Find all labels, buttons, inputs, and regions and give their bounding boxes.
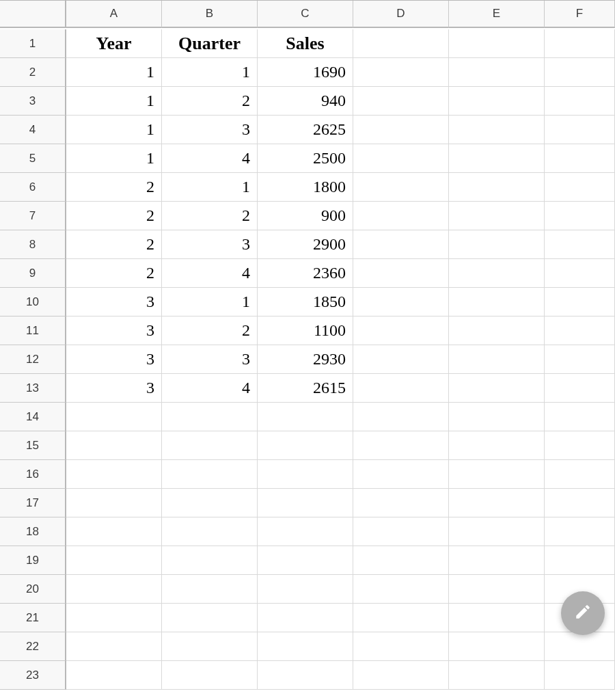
cell-f23[interactable] [545,661,615,690]
cell-e2[interactable] [449,58,545,87]
column-header-d[interactable]: D [353,1,449,28]
cell-b10[interactable]: 1 [162,288,258,317]
spreadsheet-grid[interactable]: ABCDEF1YearQuarterSales21116903129404132… [0,0,615,690]
cell-e5[interactable] [449,144,545,173]
cell-a16[interactable] [66,460,162,489]
cell-d6[interactable] [353,173,449,202]
row-header-8[interactable]: 8 [0,230,66,259]
cell-c18[interactable] [258,517,353,546]
cell-f16[interactable] [545,460,615,489]
cell-a11[interactable]: 3 [66,317,162,345]
cell-a4[interactable]: 1 [66,116,162,144]
cell-a9[interactable]: 2 [66,259,162,288]
cell-b16[interactable] [162,460,258,489]
cell-d13[interactable] [353,374,449,403]
cell-d10[interactable] [353,288,449,317]
cell-e20[interactable] [449,575,545,604]
cell-d17[interactable] [353,489,449,517]
cell-b5[interactable]: 4 [162,144,258,173]
cell-c12[interactable]: 2930 [258,345,353,374]
cell-c1[interactable]: Sales [258,29,353,58]
cell-a20[interactable] [66,575,162,604]
cell-b6[interactable]: 1 [162,173,258,202]
cell-d7[interactable] [353,202,449,230]
cell-c22[interactable] [258,632,353,661]
row-header-14[interactable]: 14 [0,403,66,431]
cell-d18[interactable] [353,517,449,546]
row-header-10[interactable]: 10 [0,288,66,317]
cell-d22[interactable] [353,632,449,661]
cell-f13[interactable] [545,374,615,403]
cell-f12[interactable] [545,345,615,374]
cell-c16[interactable] [258,460,353,489]
cell-f5[interactable] [545,144,615,173]
row-header-4[interactable]: 4 [0,116,66,144]
cell-e8[interactable] [449,230,545,259]
cell-a2[interactable]: 1 [66,58,162,87]
column-header-e[interactable]: E [449,1,545,28]
row-header-15[interactable]: 15 [0,431,66,460]
cell-c2[interactable]: 1690 [258,58,353,87]
cell-a13[interactable]: 3 [66,374,162,403]
cell-b15[interactable] [162,431,258,460]
cell-f9[interactable] [545,259,615,288]
row-header-6[interactable]: 6 [0,173,66,202]
cell-d20[interactable] [353,575,449,604]
cell-f7[interactable] [545,202,615,230]
cell-e6[interactable] [449,173,545,202]
cell-c14[interactable] [258,403,353,431]
cell-e18[interactable] [449,517,545,546]
cell-f11[interactable] [545,317,615,345]
cell-d9[interactable] [353,259,449,288]
row-header-20[interactable]: 20 [0,575,66,604]
cell-e7[interactable] [449,202,545,230]
cell-a1[interactable]: Year [66,29,162,58]
cell-f18[interactable] [545,517,615,546]
cell-b3[interactable]: 2 [162,87,258,116]
cell-d11[interactable] [353,317,449,345]
row-header-22[interactable]: 22 [0,632,66,661]
row-header-9[interactable]: 9 [0,259,66,288]
cell-a3[interactable]: 1 [66,87,162,116]
cell-f6[interactable] [545,173,615,202]
cell-c19[interactable] [258,546,353,575]
cell-b8[interactable]: 3 [162,230,258,259]
cell-e10[interactable] [449,288,545,317]
cell-d19[interactable] [353,546,449,575]
cell-f8[interactable] [545,230,615,259]
cell-a15[interactable] [66,431,162,460]
cell-a21[interactable] [66,604,162,632]
row-header-2[interactable]: 2 [0,58,66,87]
cell-b23[interactable] [162,661,258,690]
cell-b14[interactable] [162,403,258,431]
column-header-b[interactable]: B [162,1,258,28]
cell-a18[interactable] [66,517,162,546]
row-header-3[interactable]: 3 [0,87,66,116]
cell-b21[interactable] [162,604,258,632]
row-header-1[interactable]: 1 [0,29,66,58]
cell-b7[interactable]: 2 [162,202,258,230]
cell-f10[interactable] [545,288,615,317]
cell-c20[interactable] [258,575,353,604]
row-header-11[interactable]: 11 [0,317,66,345]
cell-a8[interactable]: 2 [66,230,162,259]
cell-c9[interactable]: 2360 [258,259,353,288]
cell-e19[interactable] [449,546,545,575]
cell-d23[interactable] [353,661,449,690]
cell-f14[interactable] [545,403,615,431]
cell-b11[interactable]: 2 [162,317,258,345]
cell-e3[interactable] [449,87,545,116]
edit-fab-button[interactable] [561,591,605,635]
cell-e1[interactable] [449,29,545,58]
cell-d15[interactable] [353,431,449,460]
cell-f1[interactable] [545,29,615,58]
cell-e11[interactable] [449,317,545,345]
cell-f2[interactable] [545,58,615,87]
row-header-19[interactable]: 19 [0,546,66,575]
cell-b9[interactable]: 4 [162,259,258,288]
column-header-c[interactable]: C [258,1,353,28]
cell-e17[interactable] [449,489,545,517]
cell-f17[interactable] [545,489,615,517]
cell-c5[interactable]: 2500 [258,144,353,173]
cell-d12[interactable] [353,345,449,374]
